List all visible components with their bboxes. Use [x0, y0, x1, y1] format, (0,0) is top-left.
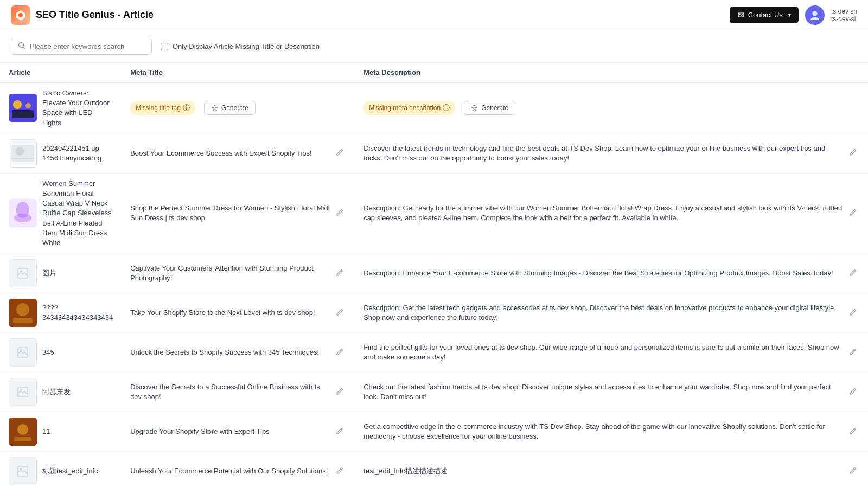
article-info: 图片 [9, 259, 113, 287]
table-row: 345 Unlock the Secrets to Shopify Succes… [0, 333, 868, 373]
user-handle: ts-dev-sl [831, 15, 857, 23]
meta-title-text: Unlock the Secrets to Shopify Success wi… [130, 348, 331, 357]
table-row: 阿瑟东发 Discover the Secrets to a Successfu… [0, 373, 868, 412]
edit-title-button[interactable] [333, 345, 346, 360]
meta-description-cell: Description: Get the latest tech gadgets… [355, 293, 868, 333]
article-cell: 11 [0, 412, 122, 452]
meta-desc-content: Find the perfect gifts for your loved on… [363, 343, 859, 362]
article-thumb [9, 418, 37, 446]
table-row: 图片 Captivate Your Customers' Attention w… [0, 254, 868, 293]
article-name: 202404221451 up 1456 bianyincahng [42, 144, 113, 163]
svg-rect-27 [13, 318, 33, 323]
edit-title-button[interactable] [333, 146, 346, 160]
article-info: 345 [9, 338, 113, 367]
edit-desc-button[interactable] [846, 266, 859, 281]
article-name: Bistro Owners: Elevate Your Outdoor Spac… [42, 88, 113, 128]
contact-label: Contact Us [748, 11, 783, 19]
meta-description-text: Discover the latest trends in technology… [363, 144, 844, 163]
meta-title-text: Upgrade Your Shopify Store with Expert T… [130, 427, 331, 436]
article-name: 阿瑟东发 [42, 387, 71, 397]
edit-title-button[interactable] [333, 206, 346, 221]
articles-table-container: Article Meta Title Meta Description Bist… [0, 63, 868, 488]
meta-description-cell: Description: Get ready for the summer vi… [355, 173, 868, 253]
meta-title-cell: Boost Your Ecommerce Success with Expert… [122, 133, 355, 173]
meta-title-content: Captivate Your Customers' Attention with… [130, 264, 346, 283]
meta-title-cell: Unleash Your Ecommerce Potential with Ou… [122, 452, 355, 488]
svg-line-19 [341, 210, 342, 211]
svg-rect-40 [14, 437, 31, 441]
contact-icon [737, 11, 745, 19]
article-cell: ????343434343434343434 [0, 293, 122, 333]
article-cell: 阿瑟东发 [0, 373, 122, 412]
meta-description-text: Get a competitive edge in the e-commerce… [363, 422, 844, 441]
edit-title-button[interactable] [333, 385, 346, 400]
edit-title-button[interactable] [333, 266, 346, 281]
info-icon: ⓘ [183, 103, 190, 113]
article-cell: 标题test_edit_info [0, 452, 122, 488]
edit-desc-button[interactable] [846, 306, 859, 320]
generate-title-button[interactable]: Generate [204, 101, 256, 115]
meta-title-text: Boost Your Ecommerce Success with Expert… [130, 149, 331, 158]
edit-desc-button[interactable] [846, 345, 859, 360]
edit-title-button[interactable] [333, 425, 346, 439]
search-box[interactable] [11, 38, 152, 55]
edit-desc-button[interactable] [846, 206, 859, 221]
article-info: 11 [9, 418, 113, 446]
meta-desc-content: Check out the latest fashion trends at t… [363, 382, 859, 402]
meta-description-text: Check out the latest fashion trends at t… [363, 382, 844, 402]
meta-title-text: Discover the Secrets to a Successful Onl… [130, 382, 331, 402]
filter-label[interactable]: Only Display Article Missing Title or De… [161, 42, 320, 50]
svg-point-18 [14, 214, 31, 222]
article-cell: 345 [0, 333, 122, 373]
article-thumb-placeholder [9, 378, 37, 406]
article-cell: 202404221451 up 1456 bianyincahng [0, 133, 122, 173]
edit-desc-button[interactable] [846, 425, 859, 439]
article-info: Bistro Owners: Elevate Your Outdoor Spac… [9, 88, 113, 128]
meta-title-content: Discover the Secrets to a Successful Onl… [130, 382, 346, 402]
article-thumb-placeholder [9, 338, 37, 367]
svg-rect-7 [12, 110, 34, 118]
avatar[interactable] [805, 5, 825, 25]
meta-title-cell: Unlock the Secrets to Shopify Success wi… [122, 333, 355, 373]
svg-line-29 [854, 310, 855, 311]
header-right: Contact Us ▾ ts dev sh ts-dev-sl [730, 5, 857, 25]
search-input[interactable] [30, 42, 145, 50]
article-name: Women Summer Bohemian Floral Casual Wrap… [42, 179, 113, 248]
svg-line-28 [341, 310, 342, 311]
user-info: ts dev sh ts-dev-sl [831, 8, 857, 23]
edit-title-button[interactable] [333, 306, 346, 320]
svg-line-46 [854, 468, 855, 470]
generate-desc-button[interactable]: Generate [464, 101, 515, 115]
article-cell: Bistro Owners: Elevate Your Outdoor Spac… [0, 82, 122, 133]
article-name: ????343434343434343434 [42, 303, 113, 323]
edit-title-button[interactable] [333, 464, 346, 479]
meta-description-cell: Description: Enhance Your E-commerce Sto… [355, 254, 868, 293]
meta-title-cell: Discover the Secrets to a Successful Onl… [122, 373, 355, 412]
meta-description-cell: Get a competitive edge in the e-commerce… [355, 412, 868, 452]
meta-title-cell: Upgrade Your Shopify Store with Expert T… [122, 412, 355, 452]
app-logo [11, 5, 30, 25]
missing-title-text: Missing title tag [136, 104, 181, 112]
svg-line-23 [341, 271, 342, 272]
article-thumb [9, 199, 37, 227]
edit-desc-button[interactable] [846, 146, 859, 160]
generate-label: Generate [481, 104, 508, 112]
col-meta-title: Meta Title [122, 63, 355, 82]
svg-line-20 [854, 210, 855, 211]
meta-description-cell: test_edit_info描述描述描述 [355, 452, 868, 488]
edit-desc-button[interactable] [846, 385, 859, 400]
meta-description-text: Description: Enhance Your E-commerce Sto… [363, 268, 844, 278]
meta-description-text: Description: Get ready for the summer vi… [363, 203, 844, 223]
meta-desc-content: Description: Get ready for the summer vi… [363, 203, 859, 223]
filter-checkbox[interactable] [161, 43, 168, 50]
svg-point-3 [812, 11, 817, 16]
meta-desc-content: Discover the latest trends in technology… [363, 144, 859, 163]
svg-line-42 [854, 429, 855, 430]
edit-desc-button[interactable] [846, 464, 859, 479]
meta-description-text: Find the perfect gifts for your loved on… [363, 343, 844, 362]
table-header: Article Meta Title Meta Description [0, 63, 868, 82]
meta-title-content: Boost Your Ecommerce Success with Expert… [130, 146, 346, 160]
contact-button[interactable]: Contact Us ▾ [730, 7, 799, 23]
article-thumb [9, 139, 37, 168]
table-body: Bistro Owners: Elevate Your Outdoor Spac… [0, 82, 868, 488]
